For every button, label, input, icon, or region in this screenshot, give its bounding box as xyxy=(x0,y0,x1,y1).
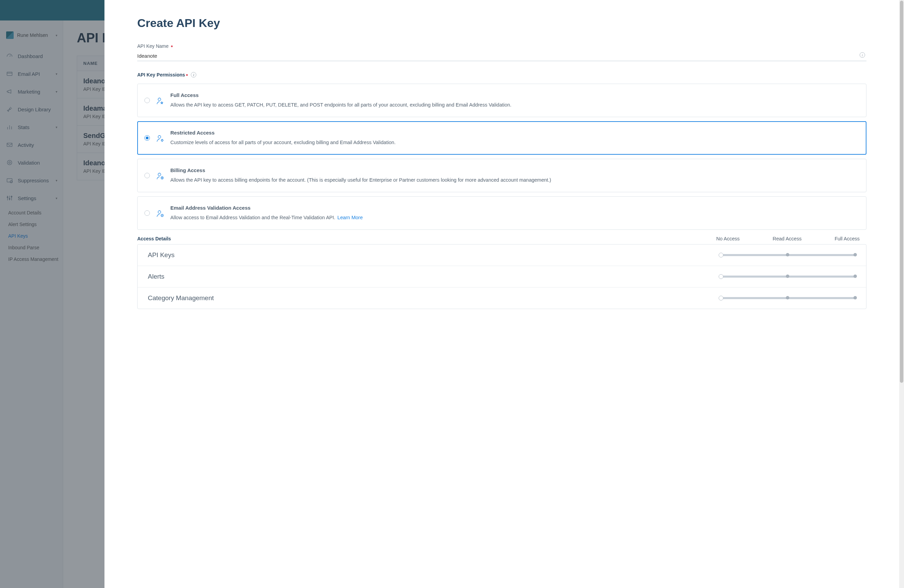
slider-stop-icon xyxy=(786,253,789,256)
required-star-icon: ● xyxy=(171,44,173,49)
perm-option-full[interactable]: Full Access Allows the API key to access… xyxy=(137,84,866,117)
perm-title: Billing Access xyxy=(170,167,858,173)
scrollbar[interactable] xyxy=(899,0,904,588)
perm-desc: Allows the API key to access GET, PATCH,… xyxy=(170,101,858,109)
perm-title: Restricted Access xyxy=(170,130,858,136)
api-key-name-input[interactable] xyxy=(137,51,866,61)
info-icon[interactable]: i xyxy=(860,52,865,58)
access-row: Alerts xyxy=(137,266,866,288)
slider-stop-icon xyxy=(853,253,857,256)
access-row-name: Alerts xyxy=(148,273,719,280)
required-star-icon: ● xyxy=(186,73,188,77)
access-row: API Keys xyxy=(137,245,866,266)
access-row-name: Category Management xyxy=(148,294,719,302)
radio-icon xyxy=(144,98,150,103)
access-details-table: API KeysAlertsCategory Management xyxy=(137,244,866,309)
perm-option-validation[interactable]: Email Address Validation Access Allow ac… xyxy=(137,196,866,230)
access-column-headers: No Access Read Access Full Access xyxy=(716,236,866,242)
slider-stop-icon xyxy=(853,275,857,278)
slider-stop-icon xyxy=(786,275,789,278)
perm-desc: Customize levels of access for all parts… xyxy=(170,139,858,146)
slider-stop-icon xyxy=(786,296,789,299)
svg-point-9 xyxy=(158,98,161,101)
perm-title: Full Access xyxy=(170,92,858,98)
permissions-label: API Key Permissions● i xyxy=(137,72,866,77)
panel-title: Create API Key xyxy=(137,16,866,30)
person-star-icon xyxy=(156,97,164,105)
col-read-access: Read Access xyxy=(773,236,801,242)
person-gear-icon xyxy=(156,134,164,143)
access-details-label: Access Details xyxy=(137,236,716,242)
slider-stop-icon xyxy=(853,296,857,299)
svg-point-14 xyxy=(158,211,161,213)
person-dollar-icon xyxy=(156,172,164,180)
access-slider[interactable] xyxy=(719,297,856,299)
svg-point-11 xyxy=(161,140,163,141)
perm-desc: Allows the API key to access billing end… xyxy=(170,177,858,184)
api-key-name-label: API Key Name ● xyxy=(137,43,866,49)
access-row: Category Management xyxy=(137,288,866,309)
radio-icon xyxy=(144,173,150,178)
learn-more-link[interactable]: Learn More xyxy=(337,215,363,220)
radio-icon xyxy=(144,210,150,216)
radio-icon xyxy=(144,135,150,141)
col-full-access: Full Access xyxy=(835,236,860,242)
svg-point-12 xyxy=(158,173,161,176)
svg-point-10 xyxy=(158,136,161,138)
access-slider[interactable] xyxy=(719,275,856,278)
create-api-key-panel: Create API Key API Key Name ● i API Key … xyxy=(104,0,899,588)
access-row-name: API Keys xyxy=(148,251,719,259)
perm-desc: Allow access to Email Address Validation… xyxy=(170,214,858,221)
perm-option-restricted[interactable]: Restricted Access Customize levels of ac… xyxy=(137,121,866,155)
perm-title: Email Address Validation Access xyxy=(170,205,858,211)
scrollbar-thumb[interactable] xyxy=(900,1,903,383)
person-check-icon xyxy=(156,210,164,218)
perm-option-billing[interactable]: Billing Access Allows the API key to acc… xyxy=(137,159,866,192)
info-icon[interactable]: i xyxy=(191,72,196,77)
col-no-access: No Access xyxy=(716,236,740,242)
access-slider[interactable] xyxy=(719,254,856,256)
